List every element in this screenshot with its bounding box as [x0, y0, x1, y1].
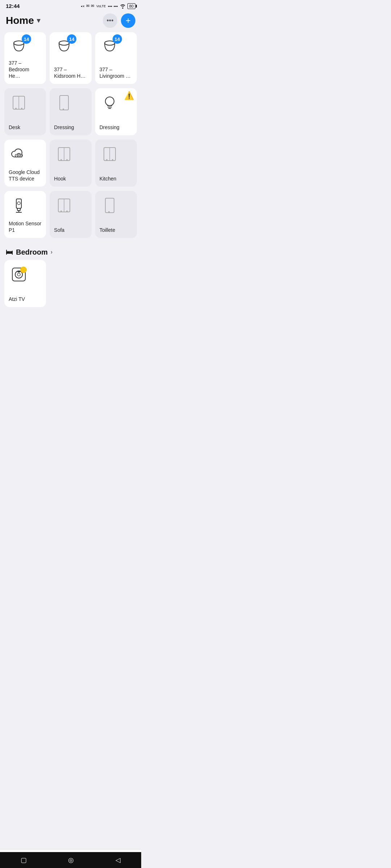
device-name-desk: Desk: [9, 124, 20, 131]
device-card-toillete[interactable]: Toillete: [95, 191, 137, 238]
cylinder-icon-3: 14: [100, 37, 120, 57]
device-name-3: 377 – Livingroom …: [100, 66, 133, 79]
device-card-motion[interactable]: Motion Sensor P1: [4, 191, 46, 238]
switch-icon-toillete: [100, 195, 120, 216]
svg-point-11: [18, 155, 20, 156]
device-name-toillete: Toillete: [100, 227, 115, 233]
status-bar: 12:44 ▪× ✉ ✉ VoLTE ▪▪▪ ▪▪▪ 80: [0, 0, 141, 10]
device-card-kidsroom[interactable]: 14 377 – Kidsroom H…: [50, 32, 91, 84]
svg-point-27: [60, 210, 62, 212]
add-button[interactable]: +: [121, 13, 135, 28]
device-card-sofa[interactable]: Sofa: [50, 191, 91, 238]
svg-point-18: [106, 159, 108, 161]
device-name-dressing2: Dressing: [100, 124, 119, 131]
switch-icon-desk: [9, 93, 29, 113]
badge-2: 14: [67, 34, 76, 44]
switch-icon-dressing1: [54, 93, 74, 113]
cloud-icon-gcloud: [9, 144, 29, 164]
switch-icon-sofa: [54, 195, 74, 216]
svg-rect-20: [16, 199, 21, 208]
device-name-kitchen: Kitchen: [100, 175, 117, 182]
status-time: 12:44: [6, 3, 20, 9]
svg-rect-29: [105, 198, 114, 213]
svg-rect-34: [17, 271, 20, 272]
device-name-sofa: Sofa: [54, 227, 64, 233]
badge-3: 14: [113, 34, 122, 44]
svg-point-28: [66, 210, 68, 212]
plug-icon-atzi: [9, 264, 29, 285]
header-title[interactable]: Home ▼: [6, 15, 42, 26]
bedroom-icon: 🛏: [6, 248, 13, 256]
switch-icon-hook: [54, 144, 74, 164]
svg-point-30: [108, 211, 110, 213]
bot-device-grid: Motion Sensor P1 Sofa Toillete: [0, 191, 141, 242]
svg-point-33: [17, 273, 20, 276]
device-card-livingroom[interactable]: 14 377 – Livingroom …: [95, 32, 137, 84]
device-card-hook[interactable]: Hook: [50, 140, 91, 187]
cylinder-icon-2: 14: [54, 37, 74, 57]
svg-point-24: [17, 202, 20, 205]
svg-rect-7: [60, 95, 68, 110]
device-card-dressing2[interactable]: ⚠️ Dressing: [95, 88, 137, 135]
mid-device-grid: Desk Dressing ⚠️ Dressing: [0, 88, 141, 140]
device-name-1: 377 – Bedroom He…: [9, 60, 42, 80]
svg-point-8: [63, 109, 64, 110]
svg-point-9: [105, 97, 114, 106]
dropdown-chevron: ▼: [35, 17, 42, 25]
device-name-2: 377 – Kidsroom H…: [54, 66, 87, 79]
svg-point-14: [60, 159, 62, 161]
cylinder-icon-1: 14: [9, 37, 29, 57]
device-name-gcloud: Google Cloud TTS device: [9, 169, 42, 182]
device-name-hook: Hook: [54, 175, 66, 182]
svg-point-6: [21, 108, 22, 109]
switch-icon-kitchen: [100, 144, 120, 164]
svg-point-5: [15, 108, 17, 109]
top-device-grid: 14 377 – Bedroom He… 14 377 – Kidsroom H…: [0, 32, 141, 88]
device-card-dressing1[interactable]: Dressing: [50, 88, 91, 135]
mid2-device-grid: Google Cloud TTS device Hook Kitchen: [0, 140, 141, 191]
device-card-desk[interactable]: Desk: [4, 88, 46, 135]
header-actions: ••• +: [103, 13, 135, 28]
svg-rect-21: [17, 208, 20, 210]
bedroom-section-header[interactable]: 🛏 Bedroom ›: [0, 242, 141, 260]
sensor-icon-motion: [9, 195, 29, 216]
device-card-gcloud[interactable]: Google Cloud TTS device: [4, 140, 46, 187]
header: Home ▼ ••• +: [0, 10, 141, 32]
status-icons: ▪× ✉ ✉ VoLTE ▪▪▪ ▪▪▪ 80: [81, 3, 135, 9]
device-name-dressing1: Dressing: [54, 124, 74, 131]
device-name-motion: Motion Sensor P1: [9, 220, 42, 233]
warning-icon: ⚠️: [124, 91, 134, 101]
home-title: Home: [6, 15, 34, 26]
device-card-bedroom-he[interactable]: 14 377 – Bedroom He…: [4, 32, 46, 84]
svg-point-15: [66, 159, 68, 161]
bedroom-chevron: ›: [51, 249, 52, 255]
device-name-atzi: Atzi TV: [9, 296, 25, 302]
svg-point-19: [112, 159, 113, 161]
wifi-icon: [119, 4, 126, 9]
device-card-atzi-tv[interactable]: Atzi TV: [4, 260, 46, 307]
badge-1: 14: [22, 34, 31, 44]
active-dot: [20, 267, 27, 273]
device-card-kitchen[interactable]: Kitchen: [95, 140, 137, 187]
bedroom-label: Bedroom: [16, 248, 48, 256]
more-button[interactable]: •••: [103, 13, 117, 28]
bulb-icon-dressing2: [100, 93, 120, 113]
bedroom-device-grid: Atzi TV: [0, 260, 141, 311]
